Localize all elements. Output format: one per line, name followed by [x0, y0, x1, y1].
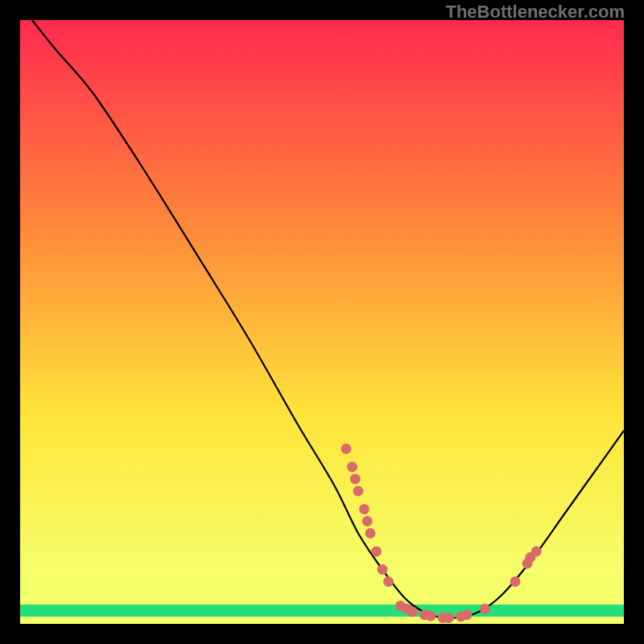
chart-plot-area	[20, 20, 624, 624]
data-point	[531, 547, 542, 557]
data-point	[510, 576, 521, 587]
data-point	[365, 528, 376, 539]
data-point	[353, 486, 364, 497]
data-point	[359, 504, 369, 514]
data-point	[371, 547, 382, 557]
data-point	[347, 462, 357, 473]
gradient-background	[20, 20, 624, 624]
chart-svg	[20, 20, 624, 624]
data-point	[341, 444, 352, 454]
data-point	[407, 607, 418, 617]
data-point	[362, 516, 373, 526]
data-point	[383, 576, 394, 587]
data-point	[350, 474, 361, 485]
data-point	[378, 564, 388, 575]
data-point	[462, 609, 473, 620]
bottom-pale-band	[20, 617, 624, 624]
data-point	[480, 604, 490, 614]
data-point	[444, 613, 454, 623]
data-point	[426, 611, 436, 621]
watermark-text: TheBottlenecker.com	[445, 2, 625, 23]
